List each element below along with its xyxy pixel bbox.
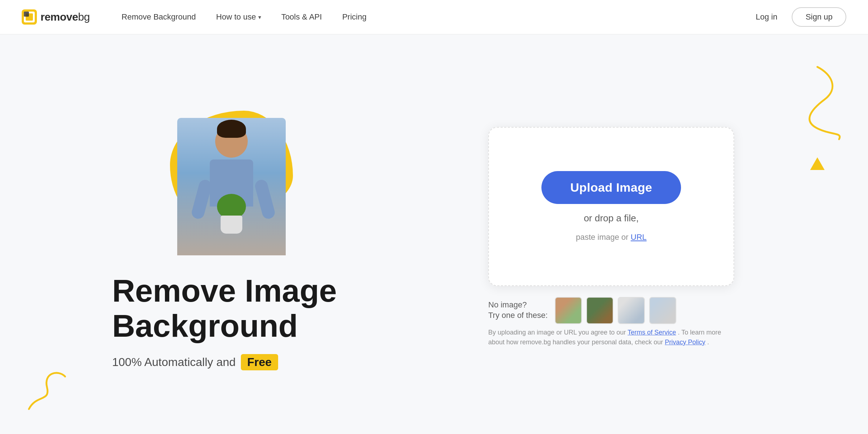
nav-item-pricing[interactable]: Pricing [332,9,376,25]
sample-image-3[interactable] [618,297,645,324]
logo-link[interactable]: removebg [22,9,90,25]
nav-auth: Log in Sign up [748,7,846,27]
sample-image-4[interactable] [649,297,676,324]
sample-image-2[interactable] [586,297,613,324]
login-button[interactable]: Log in [748,9,784,25]
signup-button[interactable]: Sign up [792,7,846,27]
terms-text: By uploading an image or URL you agree t… [488,328,734,347]
hero-image-container [148,103,351,255]
person-arm-right [254,178,276,220]
svg-marker-4 [810,157,825,170]
hero-person-illustration [177,118,286,255]
nav-item-how-to-use[interactable]: How to use ▾ [206,9,271,25]
privacy-link[interactable]: Privacy Policy [665,339,705,346]
deco-squiggle-top-right [788,63,846,144]
sample-images-row: No image?Try one of these: [488,297,734,324]
hero-subtitle: 100% Automatically and Free [112,354,438,370]
svg-rect-3 [24,12,29,17]
deco-squiggle-bottom-left [22,366,72,418]
person-hair [217,120,246,138]
chevron-down-icon: ▾ [258,14,261,21]
hero-title: Remove Image Background [112,273,438,344]
person-head [215,125,248,158]
sample-image-1[interactable] [555,297,582,324]
upload-image-button[interactable]: Upload Image [541,171,681,204]
upload-dropzone[interactable]: Upload Image or drop a file, paste image… [488,127,734,286]
pot-body [221,216,242,234]
hero-left-content: Remove Image Background 100% Automatical… [112,103,438,371]
hero-right-content: Upload Image or drop a file, paste image… [467,127,756,347]
nav-item-tools-api[interactable]: Tools & API [271,9,332,25]
plant-illustration [217,194,246,234]
drop-file-text: or drop a file, [584,213,639,224]
free-badge: Free [241,354,278,370]
url-link[interactable]: URL [631,233,647,242]
no-image-label: No image?Try one of these: [488,300,548,320]
brand-name: removebg [41,11,90,23]
paste-image-text: paste image or URL [576,233,647,242]
hero-section: Remove Image Background 100% Automatical… [0,34,868,432]
terms-link[interactable]: Terms of Service [627,329,676,336]
sample-images-container [555,297,676,324]
deco-triangle-icon [810,157,825,173]
nav-item-remove-background[interactable]: Remove Background [111,9,206,25]
nav-links: Remove Background How to use ▾ Tools & A… [111,9,748,25]
logo-icon [22,9,37,25]
navbar: removebg Remove Background How to use ▾ … [0,0,868,34]
